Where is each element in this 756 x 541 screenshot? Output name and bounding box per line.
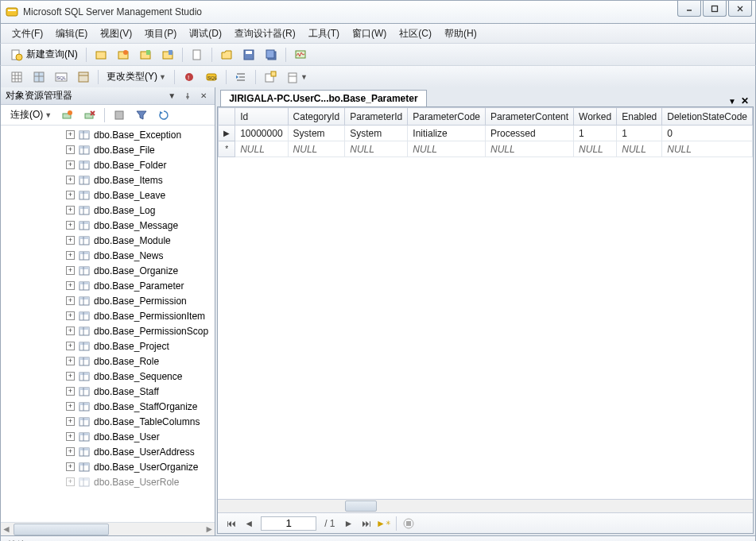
tb2-btn-1[interactable]	[6, 68, 27, 86]
tree-node[interactable]: dbo.Base_StaffOrganize	[1, 399, 215, 414]
connect-button[interactable]: 连接(O) ▼	[6, 106, 56, 124]
menu-tools[interactable]: 工具(T)	[302, 25, 346, 42]
tree-node[interactable]: dbo.Base_Leave	[1, 187, 215, 203]
expander-icon[interactable]	[66, 357, 75, 365]
menu-community[interactable]: 社区(C)	[393, 25, 438, 42]
tb2-btn-3[interactable]: SQL	[51, 68, 72, 86]
tree-node[interactable]: dbo.Base_News	[1, 248, 215, 263]
nav-next-button[interactable]: ►	[341, 516, 357, 531]
expander-icon[interactable]	[66, 160, 75, 169]
stop-button[interactable]	[109, 106, 130, 124]
tb-btn-6[interactable]	[187, 46, 207, 64]
menu-file[interactable]: 文件(F)	[6, 25, 49, 42]
menu-project[interactable]: 项目(P)	[138, 25, 183, 42]
expander-icon[interactable]	[66, 266, 75, 275]
expander-icon[interactable]	[66, 206, 75, 214]
open-button[interactable]	[216, 46, 237, 64]
new-query-button[interactable]: 新建查询(N)	[6, 46, 82, 64]
cell[interactable]: Processed	[486, 126, 574, 141]
row-header[interactable]: ▶	[219, 126, 235, 141]
tb-btn-5[interactable]	[157, 46, 178, 64]
tree-node[interactable]: dbo.Base_Sequence	[1, 369, 215, 384]
execute-button[interactable]: !	[179, 68, 200, 86]
verify-button[interactable]: SQL	[201, 68, 222, 86]
expander-icon[interactable]	[66, 477, 75, 486]
column-header[interactable]: ParameterCode	[408, 108, 486, 126]
cell[interactable]: 1	[574, 126, 617, 141]
tb2-btn-7[interactable]	[231, 68, 251, 86]
tree-node[interactable]: dbo.Base_Message	[1, 218, 215, 233]
expander-icon[interactable]	[66, 447, 75, 456]
tb-btn-2[interactable]	[91, 46, 111, 64]
menu-help[interactable]: 帮助(H)	[438, 25, 483, 42]
expander-icon[interactable]	[66, 251, 75, 260]
activity-monitor-button[interactable]	[290, 46, 311, 64]
nav-new-button[interactable]: ►✳	[376, 516, 392, 531]
nav-current-input[interactable]	[261, 516, 316, 531]
maximize-button[interactable]	[703, 1, 727, 17]
cell[interactable]: NULL	[617, 141, 662, 157]
tab-dropdown-button[interactable]: ▼	[728, 97, 736, 106]
save-button[interactable]	[238, 46, 259, 64]
expander-icon[interactable]	[66, 462, 75, 471]
minimize-button[interactable]	[677, 1, 701, 17]
cell[interactable]: NULL	[408, 141, 486, 157]
tb2-btn-4[interactable]	[73, 68, 94, 86]
expander-icon[interactable]	[66, 387, 75, 396]
tree-node[interactable]: dbo.Base_PermissionScop	[1, 323, 215, 338]
tb2-btn-2[interactable]	[29, 68, 49, 86]
column-header[interactable]: DeletionStateCode	[662, 108, 753, 126]
expander-icon[interactable]	[66, 372, 75, 381]
refresh-button[interactable]	[153, 106, 174, 124]
expander-icon[interactable]	[66, 311, 75, 320]
cell[interactable]: System	[288, 126, 345, 141]
column-header[interactable]: ParameterId	[345, 108, 408, 126]
expander-icon[interactable]	[66, 221, 75, 230]
menu-edit[interactable]: 编辑(E)	[49, 25, 94, 42]
tb2-btn-8[interactable]	[260, 68, 281, 86]
tree-node[interactable]: dbo.Base_Module	[1, 233, 215, 248]
table-row[interactable]: *NULLNULLNULLNULLNULLNULLNULLNULL	[219, 141, 753, 157]
tree-node[interactable]: dbo.Base_File	[1, 142, 215, 157]
tree-node[interactable]: dbo.Base_TableColumns	[1, 414, 215, 429]
tree-view[interactable]: dbo.Base_Exceptiondbo.Base_Filedbo.Base_…	[1, 126, 215, 522]
filter-button[interactable]	[131, 106, 152, 124]
cell[interactable]: NULL	[345, 141, 408, 157]
expander-icon[interactable]	[66, 191, 75, 199]
menu-query-designer[interactable]: 查询设计器(R)	[228, 25, 302, 42]
tree-node[interactable]: dbo.Base_Permission	[1, 293, 215, 308]
save-all-button[interactable]	[261, 46, 281, 64]
tree-node[interactable]: dbo.Base_UserOrganize	[1, 459, 215, 474]
tree-node[interactable]: dbo.Base_UserAddress	[1, 444, 215, 459]
disconnect-button[interactable]	[79, 106, 100, 124]
cell[interactable]: Initialize	[408, 126, 486, 141]
cell[interactable]: NULL	[662, 141, 753, 157]
expander-icon[interactable]	[66, 402, 75, 411]
column-header[interactable]: Worked	[574, 108, 617, 126]
explorer-h-scrollbar[interactable]: ◄ ►	[1, 522, 215, 535]
expander-icon[interactable]	[66, 145, 75, 154]
document-tab[interactable]: JIRIGALA-PC.UserC...bo.Base_Parameter	[220, 90, 426, 106]
tb2-btn-9[interactable]: ▼	[282, 68, 312, 86]
nav-last-button[interactable]: ⏭	[359, 516, 374, 531]
tb-btn-3[interactable]	[113, 46, 134, 64]
cell[interactable]: 1	[617, 126, 662, 141]
expander-icon[interactable]	[66, 236, 75, 245]
close-button[interactable]	[728, 1, 752, 17]
tree-node[interactable]: dbo.Base_Parameter	[1, 278, 215, 293]
cell[interactable]: 0	[662, 126, 753, 141]
tree-node[interactable]: dbo.Base_UserRole	[1, 474, 215, 489]
tree-node[interactable]: dbo.Base_Organize	[1, 263, 215, 278]
expander-icon[interactable]	[66, 327, 75, 335]
cell[interactable]: NULL	[288, 141, 345, 157]
connect-server-button[interactable]	[57, 106, 78, 124]
column-header[interactable]: Id	[235, 108, 288, 126]
cell[interactable]: NULL	[235, 141, 288, 157]
tree-node[interactable]: dbo.Base_PermissionItem	[1, 308, 215, 323]
nav-prev-button[interactable]: ◄	[241, 516, 257, 531]
expander-icon[interactable]	[66, 176, 75, 184]
tab-close-button[interactable]: ✕	[741, 95, 749, 106]
dropdown-button[interactable]: ▼	[165, 90, 178, 102]
menu-debug[interactable]: 调试(D)	[183, 25, 228, 42]
close-pane-button[interactable]: ✕	[197, 90, 210, 102]
